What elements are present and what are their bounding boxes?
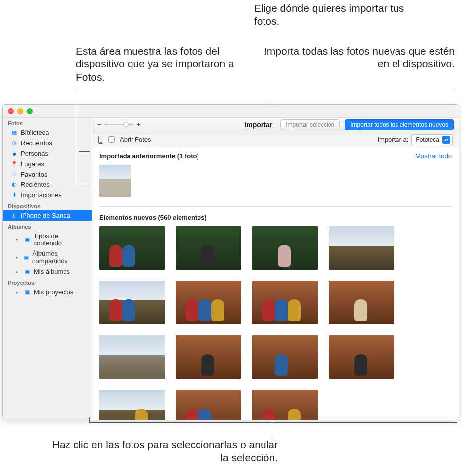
window-titlebar	[3, 105, 459, 118]
sidebar-item-content-types[interactable]: ▸▣Tipos de contenido	[3, 231, 92, 248]
callout-leader-line	[273, 422, 273, 437]
iphone-icon: ▯	[11, 212, 18, 219]
chevron-right-icon: ▸	[16, 255, 20, 260]
sidebar-item-label: Mis proyectos	[34, 288, 73, 296]
zoom-slider[interactable]: − +	[97, 121, 140, 128]
album-icon: ▣	[24, 268, 31, 275]
callout-leader-tick	[457, 417, 457, 422]
sidebar-item-device-iphone[interactable]: ▯iPhone de Sanaa	[3, 210, 92, 221]
chevron-right-icon: ▸	[16, 269, 21, 274]
photo-thumbnail[interactable]	[176, 226, 241, 270]
photo-thumbnail[interactable]	[99, 335, 165, 379]
photo-thumbnail[interactable]	[99, 390, 165, 420]
open-photos-label: Abrir Fotos	[120, 136, 151, 143]
new-items-grid	[92, 224, 459, 420]
sidebar-item-label: Favoritos	[21, 171, 47, 178]
people-icon: ☻	[11, 151, 18, 157]
already-imported-title: Importada anteriormente (1 foto)	[99, 152, 199, 160]
toolbar: − + Importar Importar selección Importar…	[92, 118, 459, 132]
callout-already-imported: Esta área muestra las fotos del disposit…	[76, 45, 250, 84]
sidebar-item-label: Recuerdos	[21, 139, 52, 147]
main-content: − + Importar Importar selección Importar…	[92, 118, 459, 420]
photo-thumbnail[interactable]	[252, 335, 318, 379]
callout-import-all-new: Importa todas las fotos nuevas que estén…	[256, 45, 455, 71]
sidebar-item-shared-albums[interactable]: ▸▣Álbumes compartidos	[3, 248, 92, 266]
photo-thumbnail[interactable]	[99, 165, 131, 197]
album-icon: ▣	[24, 237, 31, 243]
callout-leader-line	[79, 186, 90, 186]
chevron-right-icon: ▸	[16, 290, 21, 295]
sidebar-section-albums: Álbumes	[3, 221, 92, 231]
window-close-button[interactable]	[8, 108, 14, 114]
import-content-area: Importada anteriormente (1 foto) Mostrar…	[92, 147, 459, 420]
photo-thumbnail[interactable]	[252, 390, 318, 420]
chevron-right-icon: ▸	[16, 237, 21, 242]
imports-icon: ⬇	[11, 192, 18, 198]
sidebar-item-my-projects[interactable]: ▸▣Mis proyectos	[3, 287, 92, 297]
project-icon: ▣	[24, 289, 31, 295]
sidebar-item-label: Recientes	[21, 181, 50, 188]
photo-thumbnail[interactable]	[99, 281, 165, 324]
sidebar-item-label: Tipos de contenido	[34, 232, 87, 247]
photo-thumbnail[interactable]	[329, 281, 394, 324]
already-imported-header: Importada anteriormente (1 foto) Mostrar…	[92, 147, 459, 163]
sidebar-item-label: Mis álbumes	[34, 268, 70, 275]
photo-thumbnail[interactable]	[252, 226, 318, 270]
memories-icon: ◷	[11, 140, 18, 146]
photo-thumbnail[interactable]	[329, 335, 394, 379]
callout-leader-tick	[89, 417, 90, 422]
photos-app-window: Fotos ▦Biblioteca ◷Recuerdos ☻Personas 📍…	[2, 104, 459, 420]
new-items-header: Elementos nuevos (560 elementos)	[92, 209, 459, 224]
sidebar-section-devices: Dispositivos	[3, 200, 92, 210]
sidebar-item-label: Biblioteca	[21, 129, 49, 136]
sidebar-section-projects: Proyectos	[3, 277, 92, 287]
sidebar-item-label: Álbumes compartidos	[32, 250, 87, 265]
divider	[99, 206, 452, 207]
sidebar-item-label: Personas	[21, 150, 48, 157]
photo-thumbnail[interactable]	[329, 226, 394, 270]
open-photos-checkbox[interactable]	[108, 136, 115, 143]
toolbar-title: Importar	[244, 121, 272, 129]
zoom-out-icon: −	[97, 121, 101, 128]
photo-thumbnail[interactable]	[99, 226, 165, 270]
sidebar-item-my-albums[interactable]: ▸▣Mis álbumes	[3, 266, 92, 277]
library-icon: ▦	[11, 129, 18, 136]
callout-leader-line	[79, 151, 90, 152]
photo-thumbnail[interactable]	[176, 281, 241, 324]
zoom-track[interactable]	[104, 124, 134, 125]
import-selection-button[interactable]: Importar selección	[280, 119, 340, 130]
callout-leader-line	[79, 89, 79, 186]
sidebar-item-label: Lugares	[21, 160, 44, 168]
import-to-value: Fototeca	[416, 136, 439, 143]
photo-thumbnail[interactable]	[176, 390, 241, 420]
sidebar-item-imports[interactable]: ⬇Importaciones	[3, 190, 92, 200]
import-to-select[interactable]: Fototeca ▴▾	[411, 134, 453, 145]
recent-icon: ◐	[11, 181, 18, 188]
window-maximize-button[interactable]	[27, 108, 33, 114]
select-chevrons-icon: ▴▾	[442, 136, 450, 144]
sidebar-item-label: iPhone de Sanaa	[21, 212, 70, 219]
zoom-in-icon: +	[137, 121, 141, 128]
shared-album-icon: ▣	[23, 254, 29, 261]
device-icon	[98, 136, 103, 144]
sub-toolbar: Abrir Fotos Importar a: Fototeca ▴▾	[92, 132, 459, 147]
import-all-new-button[interactable]: Importar todos los elementos nuevos	[345, 119, 454, 130]
callout-select-photos: Haz clic en las fotos para seleccionarla…	[50, 438, 278, 465]
show-all-link[interactable]: Mostrar todo	[415, 152, 452, 160]
import-to-label: Importar a:	[377, 136, 408, 143]
already-imported-thumbnails	[92, 163, 459, 204]
new-items-title: Elementos nuevos (560 elementos)	[99, 214, 207, 221]
sidebar-item-label: Importaciones	[21, 191, 62, 199]
callout-import-destination: Elige dónde quieres importar tus fotos.	[254, 2, 423, 28]
places-icon: 📍	[11, 161, 18, 167]
favorites-icon: ♡	[11, 171, 18, 178]
window-minimize-button[interactable]	[17, 108, 23, 114]
photo-thumbnail[interactable]	[252, 281, 318, 324]
zoom-thumb[interactable]	[123, 122, 129, 127]
photo-thumbnail[interactable]	[176, 335, 241, 379]
